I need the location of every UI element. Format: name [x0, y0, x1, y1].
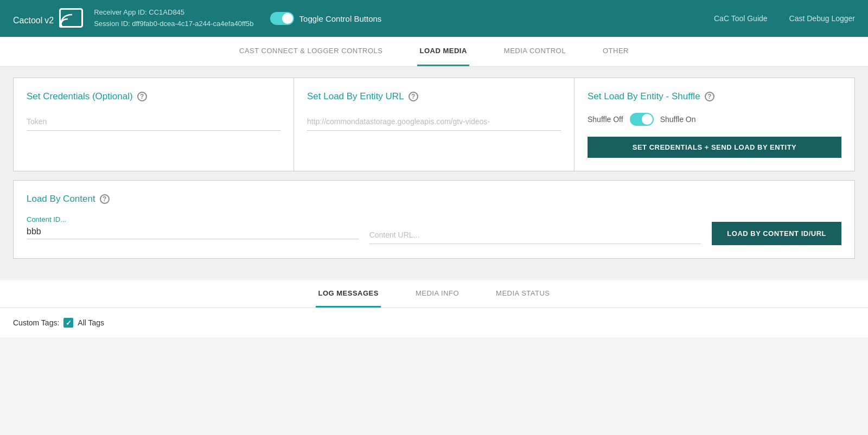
shuffle-on-label: Shuffle On: [660, 115, 696, 124]
cast-debug-logger-link[interactable]: Cast Debug Logger: [789, 14, 855, 23]
load-entity-shuffle-title: Set Load By Entity - Shuffle ?: [588, 91, 841, 102]
header-ids: Receiver App ID: CC1AD845 Session ID: df…: [94, 7, 253, 30]
bottom-section: LOG MESSAGES MEDIA INFO MEDIA STATUS Cus…: [0, 280, 868, 337]
all-tags-checkbox[interactable]: [63, 318, 73, 328]
load-content-title: Load By Content ?: [27, 194, 841, 204]
toggle-area[interactable]: Toggle Control Buttons: [270, 12, 382, 25]
entity-url-input[interactable]: [307, 113, 561, 131]
load-entity-shuffle-help-icon[interactable]: ?: [705, 92, 714, 101]
header-nav: CaC Tool Guide Cast Debug Logger: [714, 14, 855, 23]
tab-log-messages[interactable]: LOG MESSAGES: [316, 280, 380, 308]
session-id: Session ID: dff9fab0-dcea-4c17-a244-ca4e…: [94, 18, 253, 30]
custom-tags-label: Custom Tags:: [13, 318, 59, 327]
toggle-label: Toggle Control Buttons: [299, 14, 382, 23]
tab-other[interactable]: OTHER: [601, 37, 631, 66]
tab-media-control[interactable]: MEDIA CONTROL: [502, 37, 568, 66]
receiver-app-id: Receiver App ID: CC1AD845: [94, 7, 253, 18]
load-by-content-button[interactable]: LOAD BY CONTENT ID/URL: [712, 222, 841, 245]
logo-area: Cactoolv2: [13, 8, 83, 29]
content-id-wrapper: Content ID...: [27, 215, 359, 239]
logo-version: v2: [44, 16, 54, 25]
tab-media-status[interactable]: MEDIA STATUS: [494, 280, 552, 308]
load-content-card: Load By Content ? Content ID... LOAD BY …: [13, 180, 855, 259]
tab-cast-connect[interactable]: CAST CONNECT & LOGGER CONTROLS: [237, 37, 385, 66]
shuffle-toggle-row: Shuffle Off Shuffle On: [588, 113, 841, 126]
logo-text: Cactoolv2: [13, 10, 54, 27]
custom-tags-row: Custom Tags: All Tags: [0, 308, 868, 337]
content-id-input[interactable]: [27, 225, 359, 239]
load-entity-url-card: Set Load By Entity URL ?: [294, 78, 575, 171]
app-header: Cactoolv2 Receiver App ID: CC1AD845 Sess…: [0, 0, 868, 37]
load-entity-shuffle-card: Set Load By Entity - Shuffle ? Shuffle O…: [575, 78, 854, 171]
all-tags-label: All Tags: [78, 318, 104, 327]
main-nav-tabs: CAST CONNECT & LOGGER CONTROLS LOAD MEDI…: [0, 37, 868, 67]
shuffle-off-label: Shuffle Off: [588, 115, 623, 124]
cast-icon: [59, 8, 83, 29]
credentials-title: Set Credentials (Optional) ?: [27, 91, 280, 102]
control-buttons-toggle[interactable]: [270, 12, 294, 25]
cac-tool-guide-link[interactable]: CaC Tool Guide: [714, 14, 768, 23]
svg-point-1: [59, 24, 62, 28]
main-content: Set Credentials (Optional) ? Set Load By…: [0, 67, 868, 278]
credentials-card: Set Credentials (Optional) ?: [14, 78, 294, 171]
load-content-help-icon[interactable]: ?: [100, 194, 110, 204]
load-content-inputs: Content ID... LOAD BY CONTENT ID/URL: [27, 215, 841, 245]
set-credentials-send-load-button[interactable]: SET CREDENTIALS + SEND LOAD BY ENTITY: [588, 137, 841, 158]
load-entity-url-help-icon[interactable]: ?: [409, 92, 418, 101]
content-id-label: Content ID...: [27, 215, 359, 223]
bottom-nav-tabs: LOG MESSAGES MEDIA INFO MEDIA STATUS: [0, 280, 868, 308]
token-input[interactable]: [27, 113, 280, 131]
content-url-input[interactable]: [369, 226, 701, 244]
load-entity-url-title: Set Load By Entity URL ?: [307, 91, 561, 102]
tab-load-media[interactable]: LOAD MEDIA: [417, 37, 469, 66]
tab-media-info[interactable]: MEDIA INFO: [413, 280, 461, 308]
cards-row: Set Credentials (Optional) ? Set Load By…: [13, 78, 855, 171]
credentials-help-icon[interactable]: ?: [137, 92, 147, 101]
shuffle-toggle[interactable]: [630, 113, 654, 126]
